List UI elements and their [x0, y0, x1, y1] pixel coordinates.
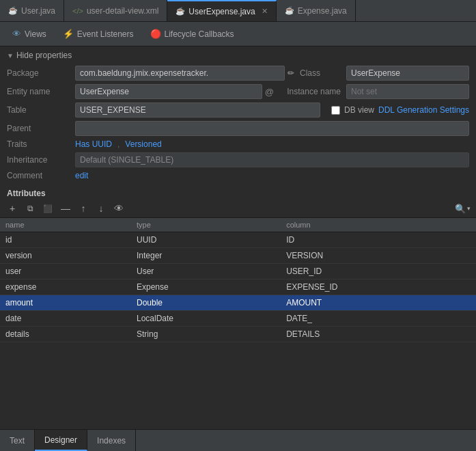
table-row[interactable]: dateLocalDateDATE_: [0, 311, 476, 327]
xml-icon: </>: [72, 7, 83, 15]
cell-name: expense: [0, 279, 131, 295]
cell-name: version: [0, 248, 131, 264]
lightning-icon: ⚡: [63, 29, 74, 39]
visibility-button[interactable]: 👁: [112, 202, 126, 215]
trait-separator: ,: [117, 139, 120, 149]
bottom-tab-text[interactable]: Text: [0, 430, 35, 451]
cell-name: date: [0, 311, 131, 327]
edit-icon[interactable]: ✏: [288, 68, 294, 78]
move-up-button[interactable]: ↑: [76, 202, 90, 215]
attr-toolbar: + ⧉ ⬛ — ↑ ↓ 👁 🔍 ▾: [0, 200, 476, 218]
package-row: Package ✏ Class: [7, 66, 469, 81]
tab-user-java[interactable]: ☕ User.java: [0, 0, 64, 21]
table-row[interactable]: idUUIDID: [0, 232, 476, 248]
col-header-type: type: [131, 218, 281, 232]
bottom-tab-designer[interactable]: Designer: [35, 430, 87, 451]
class-input[interactable]: [346, 66, 469, 81]
java-icon: ☕: [285, 6, 294, 15]
instance-name-input[interactable]: [346, 84, 469, 99]
traits-row: Traits Has UUID , Versioned: [7, 139, 469, 149]
main-content: ▼ Hide properties Package ✏ Class Entity…: [0, 46, 476, 451]
db-view-checkbox[interactable]: [331, 106, 340, 115]
tab-label: User.java: [21, 6, 55, 16]
eye-icon: 👁: [12, 29, 21, 39]
tab-label: Expense.java: [298, 6, 347, 16]
entity-name-input[interactable]: [75, 84, 262, 99]
tab-userexpense-java[interactable]: ☕ UserExpense.java ✕: [167, 0, 276, 21]
properties-section: ▼ Hide properties Package ✏ Class Entity…: [0, 46, 476, 184]
copy-attribute-button[interactable]: ⧉: [23, 202, 37, 215]
cell-type: LocalDate: [131, 311, 281, 327]
comment-label: Comment: [7, 171, 70, 180]
package-input[interactable]: [75, 66, 285, 81]
cell-type: Double: [131, 295, 281, 311]
java-icon: ☕: [8, 6, 18, 15]
add-embedded-button[interactable]: ⬛: [41, 202, 55, 215]
table-row[interactable]: amountDoubleAMOUNT: [0, 295, 476, 311]
subtab-event-listeners[interactable]: ⚡ Event Listeners: [56, 26, 141, 42]
tab-user-detail-xml[interactable]: </> user-detail-view.xml: [64, 0, 167, 21]
subtabs-bar: 👁 Views ⚡ Event Listeners 🔴 Lifecycle Ca…: [0, 22, 476, 46]
cell-name: id: [0, 232, 131, 248]
table-row[interactable]: versionIntegerVERSION: [0, 248, 476, 264]
cell-column: USER_ID: [281, 264, 476, 279]
add-attribute-button[interactable]: +: [5, 202, 19, 215]
subtab-label: Views: [25, 29, 46, 39]
table-row-prop: Table DB view DDL Generation Settings: [7, 102, 469, 118]
table-row[interactable]: expenseExpenseEXPENSE_ID: [0, 279, 476, 295]
hide-properties-toggle[interactable]: ▼ Hide properties: [7, 51, 469, 60]
trait-has-uuid[interactable]: Has UUID: [75, 139, 112, 149]
tabs-bar: ☕ User.java </> user-detail-view.xml ☕ U…: [0, 0, 476, 22]
cell-column: EXPENSE_ID: [281, 279, 476, 295]
tab-label: UserExpense.java: [188, 7, 255, 16]
comment-edit-link[interactable]: edit: [75, 171, 88, 180]
cell-column: VERSION: [281, 248, 476, 264]
parent-label: Parent: [7, 124, 70, 133]
inheritance-input[interactable]: [75, 152, 469, 167]
hide-props-label: Hide properties: [16, 51, 72, 60]
cell-name: user: [0, 264, 131, 279]
subtab-label: Event Listeners: [77, 29, 134, 39]
col-header-name: name: [0, 218, 131, 232]
cell-column: DETAILS: [281, 327, 476, 342]
subtab-lifecycle-callbacks[interactable]: 🔴 Lifecycle Callbacks: [143, 26, 241, 42]
attributes-tbody: idUUIDIDversionIntegerVERSIONuserUserUSE…: [0, 232, 476, 342]
chevron-icon: ▼: [7, 52, 14, 59]
ddl-link[interactable]: DDL Generation Settings: [378, 105, 469, 115]
table-input[interactable]: [75, 102, 320, 118]
entity-name-row: Entity name @ Instance name: [7, 84, 469, 99]
bottom-tab-text-label: Text: [10, 436, 25, 446]
attributes-section: Attributes + ⧉ ⬛ — ↑ ↓ 👁 🔍 ▾ name type c…: [0, 184, 476, 342]
subtab-label: Lifecycle Callbacks: [165, 29, 234, 39]
traits-label: Traits: [7, 139, 70, 149]
cell-column: ID: [281, 232, 476, 248]
move-down-button[interactable]: ↓: [94, 202, 108, 215]
table-row[interactable]: userUserUSER_ID: [0, 264, 476, 279]
tab-expense-java[interactable]: ☕ Expense.java: [277, 0, 356, 21]
inheritance-label: Inheritance: [7, 155, 70, 165]
package-label: Package: [7, 68, 70, 78]
parent-input[interactable]: [75, 121, 469, 136]
at-icon: @: [265, 87, 274, 97]
cell-name: details: [0, 327, 131, 342]
cell-type: User: [131, 264, 281, 279]
search-chevron: ▾: [467, 205, 471, 212]
tab-close-icon[interactable]: ✕: [262, 7, 268, 16]
inheritance-row: Inheritance: [7, 152, 469, 167]
attributes-header: Attributes: [0, 184, 476, 200]
instance-name-label: Instance name: [279, 87, 341, 96]
remove-attribute-button[interactable]: —: [59, 202, 72, 215]
lifecycle-icon: 🔴: [150, 29, 161, 39]
search-icon: 🔍: [455, 204, 466, 214]
table-header-row: name type column: [0, 218, 476, 232]
subtab-views[interactable]: 👁 Views: [5, 26, 53, 42]
table-row[interactable]: detailsStringDETAILS: [0, 327, 476, 342]
tab-label: user-detail-view.xml: [87, 6, 158, 16]
java-active-icon: ☕: [176, 7, 185, 16]
search-button[interactable]: 🔍 ▾: [455, 204, 471, 214]
bottom-tab-designer-label: Designer: [44, 435, 77, 445]
col-header-column: column: [281, 218, 476, 232]
cell-type: UUID: [131, 232, 281, 248]
trait-versioned[interactable]: Versioned: [125, 139, 161, 149]
bottom-tab-indexes[interactable]: Indexes: [87, 430, 136, 451]
